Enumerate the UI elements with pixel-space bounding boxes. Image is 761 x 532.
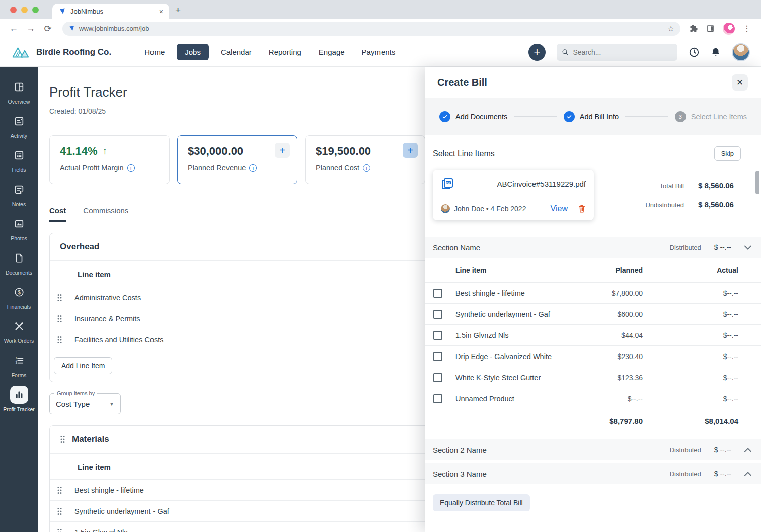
tab-close-icon[interactable]: × bbox=[159, 8, 163, 16]
back-icon[interactable]: ← bbox=[7, 23, 20, 34]
step-add-documents[interactable]: Add Documents bbox=[439, 111, 507, 122]
equally-distribute-button[interactable]: Equally Distribute Total Bill bbox=[433, 494, 530, 511]
side-panel-icon[interactable] bbox=[706, 24, 715, 33]
app-header-right: + bbox=[528, 43, 750, 61]
add-cost-button[interactable]: + bbox=[403, 143, 418, 158]
maximize-window-button[interactable] bbox=[32, 7, 39, 13]
chevron-up-icon[interactable] bbox=[744, 472, 751, 476]
info-icon[interactable]: i bbox=[127, 164, 135, 172]
tab-cost[interactable]: Cost bbox=[49, 206, 66, 222]
delete-file-trash-icon[interactable] bbox=[578, 204, 586, 213]
bookmark-star-icon[interactable]: ☆ bbox=[668, 24, 674, 33]
browser-tab[interactable]: JobNimbus × bbox=[52, 4, 169, 19]
close-icon[interactable]: ✕ bbox=[732, 74, 748, 91]
drag-handle-icon[interactable] bbox=[57, 294, 62, 302]
drawer-title: Create Bill bbox=[437, 77, 487, 88]
trend-up-icon: ↑ bbox=[103, 146, 108, 157]
overview-icon bbox=[10, 78, 28, 96]
reload-icon[interactable]: ⟳ bbox=[41, 23, 54, 34]
sidebar-item-photos[interactable]: Photos bbox=[0, 215, 38, 241]
sidebar-item-notes[interactable]: Notes bbox=[0, 181, 38, 207]
planned-total: $8,797.80 bbox=[567, 417, 643, 425]
nav-calendar[interactable]: Calendar bbox=[216, 44, 257, 60]
section-header[interactable]: Section Name Distributed $ --.-- bbox=[425, 237, 761, 258]
sidebar-item-forms[interactable]: 123 Forms bbox=[0, 351, 38, 378]
drag-handle-icon[interactable] bbox=[57, 336, 62, 344]
sidebar-item-fields[interactable]: Fields bbox=[0, 146, 38, 173]
line-item-checkbox[interactable] bbox=[433, 310, 442, 319]
add-revenue-button[interactable]: + bbox=[275, 143, 290, 158]
chevron-down-icon[interactable] bbox=[744, 245, 751, 250]
nav-reporting[interactable]: Reporting bbox=[264, 44, 307, 60]
address-bar[interactable]: www.jobnimbus.com/job ☆ bbox=[62, 22, 680, 36]
line-item-checkbox[interactable] bbox=[433, 331, 442, 340]
global-search[interactable] bbox=[557, 44, 677, 61]
chevron-up-icon[interactable] bbox=[744, 448, 751, 452]
profit-margin-value: 41.14% bbox=[60, 145, 98, 158]
workspace: Overview Activity Fields Notes Photos Do… bbox=[0, 67, 761, 532]
info-icon[interactable]: i bbox=[249, 164, 257, 172]
sidebar-item-overview[interactable]: Overview bbox=[0, 78, 38, 105]
materials-title: Materials bbox=[72, 434, 109, 445]
forward-icon[interactable]: → bbox=[24, 23, 37, 34]
search-icon bbox=[562, 48, 569, 56]
sidebar-item-profit-tracker[interactable]: Profit Tracker bbox=[0, 386, 38, 412]
notes-icon bbox=[10, 181, 28, 199]
extensions-icon[interactable] bbox=[690, 24, 698, 33]
line-item-checkbox[interactable] bbox=[433, 394, 442, 403]
group-items-by-select[interactable]: Group Items by Cost Type ▼ bbox=[49, 393, 121, 414]
skip-button[interactable]: Skip bbox=[714, 146, 741, 161]
browser-tab-strip: JobNimbus × + bbox=[0, 0, 761, 19]
nav-jobs[interactable]: Jobs bbox=[177, 44, 209, 60]
nav-home[interactable]: Home bbox=[139, 44, 170, 60]
line-items-table-header: Line item Planned Actual bbox=[425, 258, 761, 282]
svg-text:PDF: PDF bbox=[446, 182, 450, 184]
browser-menu-icon[interactable]: ⋮ bbox=[743, 24, 751, 33]
nav-payments[interactable]: Payments bbox=[357, 44, 401, 60]
sidebar-item-work-orders[interactable]: Work Orders bbox=[0, 317, 38, 344]
line-item-checkbox[interactable] bbox=[433, 352, 442, 361]
close-window-button[interactable] bbox=[10, 7, 17, 13]
sidebar-item-financials[interactable]: $ Financials bbox=[0, 283, 38, 310]
section-2-header[interactable]: Section 2 Name Distributed $ --.-- bbox=[425, 439, 761, 460]
step-number: 3 bbox=[675, 111, 686, 122]
minimize-window-button[interactable] bbox=[21, 7, 28, 13]
jobnimbus-favicon bbox=[58, 8, 66, 15]
sidebar-item-activity[interactable]: Activity bbox=[0, 112, 38, 139]
drag-handle-icon[interactable] bbox=[57, 315, 62, 323]
drag-handle-icon[interactable] bbox=[57, 486, 62, 494]
browser-profile-avatar[interactable] bbox=[723, 23, 735, 35]
add-line-item-button[interactable]: Add Line Item bbox=[54, 357, 112, 374]
step-add-bill-info[interactable]: Add Bill Info bbox=[564, 111, 619, 122]
section-3-header[interactable]: Section 3 Name Distributed $ --.-- bbox=[425, 463, 761, 484]
nav-engage[interactable]: Engage bbox=[314, 44, 350, 60]
new-tab-button[interactable]: + bbox=[175, 5, 181, 16]
history-clock-icon[interactable] bbox=[689, 47, 700, 58]
search-input[interactable] bbox=[573, 48, 672, 56]
info-icon[interactable]: i bbox=[363, 164, 370, 172]
sidebar-item-documents[interactable]: Documents bbox=[0, 249, 38, 276]
user-avatar[interactable] bbox=[732, 43, 750, 61]
step-select-line-items[interactable]: 3 Select Line Items bbox=[675, 111, 747, 122]
fields-icon bbox=[10, 146, 28, 164]
file-meta: John Doe • 4 Feb 2022 bbox=[454, 205, 526, 213]
notifications-bell-icon[interactable] bbox=[711, 47, 721, 58]
drawer-scrollbar[interactable] bbox=[755, 171, 759, 194]
toolbar-right: ⋮ bbox=[690, 23, 751, 35]
select-line-items-heading: Select Line Items bbox=[433, 149, 495, 158]
window-controls[interactable] bbox=[10, 7, 39, 13]
overhead-title: Overhead bbox=[60, 242, 99, 252]
actual-total: $8,014.04 bbox=[643, 417, 738, 425]
company-name: Birdie Roofing Co. bbox=[36, 47, 111, 57]
drag-handle-icon[interactable] bbox=[57, 528, 62, 532]
view-file-link[interactable]: View bbox=[551, 204, 568, 213]
line-item-row: Unnamed Product $--.-- $--.-- bbox=[425, 388, 761, 409]
global-add-button[interactable]: + bbox=[528, 44, 546, 61]
planned-revenue-value: $30,000.00 bbox=[188, 145, 243, 158]
drag-handle-icon[interactable] bbox=[57, 507, 62, 515]
drag-handle-icon[interactable] bbox=[60, 435, 65, 444]
line-item-checkbox[interactable] bbox=[433, 289, 442, 298]
tab-title: JobNimbus bbox=[70, 8, 155, 15]
tab-commissions[interactable]: Commissions bbox=[83, 206, 128, 222]
line-item-checkbox[interactable] bbox=[433, 373, 442, 382]
